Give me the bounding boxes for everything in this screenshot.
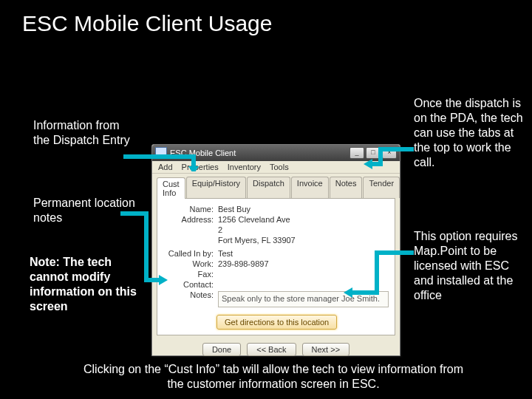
value-address-2: 2	[218, 225, 389, 234]
app-icon	[155, 147, 167, 159]
menu-add[interactable]: Add	[158, 163, 173, 171]
label-name: Name:	[163, 205, 218, 214]
value-address-1: 1256 Cleveland Ave	[218, 215, 389, 224]
label-contact: Contact:	[163, 280, 218, 289]
value-contact	[218, 280, 389, 289]
tab-dispatch[interactable]: Dispatch	[247, 177, 290, 198]
value-address-3: Fort Myers, FL 33907	[218, 236, 389, 245]
annot-mappoint: This option requires Map.Point to be lic…	[414, 229, 525, 303]
tab-cust-info[interactable]: Cust Info	[157, 177, 185, 199]
menu-bar: Add Properties Inventory Tools	[152, 161, 400, 174]
window-titlebar[interactable]: ESC Mobile Client _ □ ×	[152, 145, 400, 161]
value-notes: Speak only to the store manager Joe Smit…	[218, 291, 389, 307]
annot-tabs-explain: Once the dispatch is on the PDA, the tec…	[414, 96, 525, 170]
annot-location-notes: Permanent location notes	[33, 196, 137, 225]
bottom-button-bar: Done << Back Next >>	[152, 340, 400, 361]
annot-readonly-note: Note: The tech cannot modify information…	[30, 255, 140, 314]
tab-strip: Cust Info Equip/History Dispatch Invoice…	[152, 174, 400, 198]
slide-caption: Clicking on the “Cust Info” tab will all…	[74, 362, 473, 392]
value-calledin: Test	[218, 249, 389, 258]
minimize-button[interactable]: _	[349, 147, 364, 159]
annot-dispatch-info: Information from the Dispatch Entry	[33, 118, 137, 148]
tab-panel-cust-info: Name:Best Buy Address:1256 Cleveland Ave…	[157, 198, 395, 335]
next-button[interactable]: Next >>	[302, 343, 350, 356]
label-work: Work:	[163, 259, 218, 268]
menu-tools[interactable]: Tools	[270, 163, 289, 171]
maximize-button[interactable]: □	[366, 147, 381, 159]
window-title: ESC Mobile Client	[170, 149, 236, 157]
close-button[interactable]: ×	[382, 147, 397, 159]
slide-title: ESC Mobile Client Usage	[22, 11, 272, 36]
label-calledin: Called In by:	[163, 249, 218, 258]
value-work: 239-898-9897	[218, 259, 389, 268]
tab-equip-history[interactable]: Equip/History	[186, 177, 246, 198]
label-address: Address:	[163, 215, 218, 224]
menu-properties[interactable]: Properties	[182, 163, 219, 171]
tab-tender[interactable]: Tender	[363, 177, 400, 198]
esc-mobile-window: ESC Mobile Client _ □ × Add Properties I…	[151, 144, 400, 356]
tab-invoice[interactable]: Invoice	[291, 177, 329, 198]
value-name: Best Buy	[218, 205, 389, 214]
tab-notes[interactable]: Notes	[330, 177, 363, 198]
done-button[interactable]: Done	[202, 343, 241, 356]
back-button[interactable]: << Back	[247, 343, 296, 356]
label-fax: Fax:	[163, 270, 218, 279]
menu-inventory[interactable]: Inventory	[228, 163, 261, 171]
label-notes: Notes:	[163, 290, 218, 299]
get-directions-button[interactable]: Get directions to this location	[216, 315, 337, 330]
value-fax	[218, 270, 389, 279]
